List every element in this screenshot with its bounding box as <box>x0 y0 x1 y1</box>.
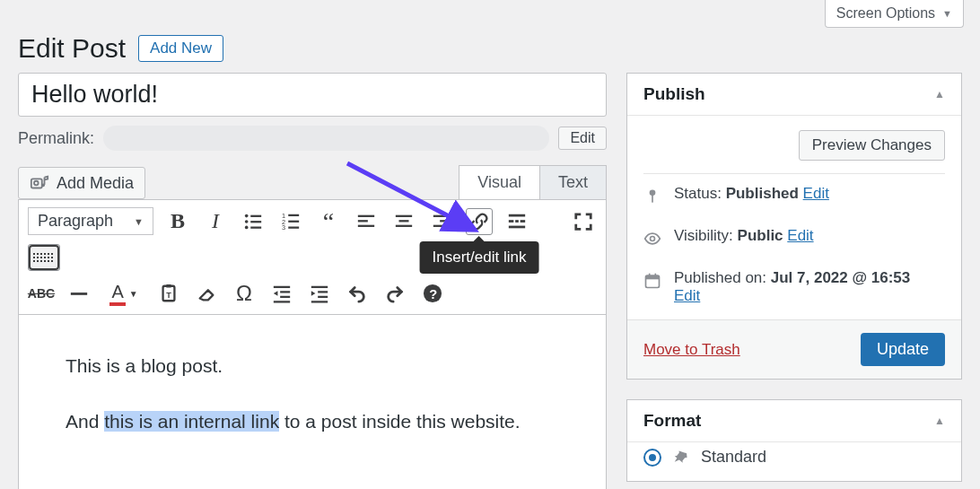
permalink-label: Permalink: <box>18 129 94 148</box>
svg-line-0 <box>347 163 471 228</box>
indent-button[interactable] <box>306 280 333 307</box>
format-box: Format ▲ Standard <box>626 399 962 482</box>
undo-button[interactable] <box>344 280 371 307</box>
svg-point-2 <box>34 181 39 186</box>
svg-point-4 <box>245 214 249 217</box>
edit-visibility-link[interactable]: Edit <box>787 227 813 244</box>
edit-status-link[interactable]: Edit <box>803 185 829 202</box>
permalink-edit-button[interactable]: Edit <box>558 127 607 150</box>
svg-text:T: T <box>166 291 171 300</box>
chevron-down-icon: ▼ <box>942 8 952 19</box>
toolbar-toggle-button[interactable] <box>28 244 60 271</box>
add-new-button[interactable]: Add New <box>138 35 223 62</box>
pin-icon <box>672 449 690 467</box>
help-button[interactable]: ? <box>419 280 446 307</box>
svg-rect-40 <box>318 296 328 298</box>
format-heading: Format <box>643 411 701 431</box>
svg-rect-28 <box>521 220 526 223</box>
clear-formatting-button[interactable] <box>193 280 220 307</box>
read-more-icon <box>507 212 527 231</box>
svg-rect-36 <box>280 296 290 298</box>
svg-rect-15 <box>288 226 299 228</box>
move-to-trash-link[interactable]: Move to Trash <box>643 341 740 359</box>
calendar-icon <box>643 272 661 290</box>
editor-content[interactable]: This is a blog post. And this is an inte… <box>18 315 607 489</box>
toggle-box-icon[interactable]: ▲ <box>934 415 945 427</box>
fullscreen-icon <box>573 212 593 231</box>
format-standard-label: Standard <box>701 448 766 467</box>
svg-rect-39 <box>318 291 328 293</box>
permalink-value-redacted <box>103 126 549 151</box>
svg-rect-49 <box>649 274 651 277</box>
camera-music-icon <box>30 173 49 193</box>
update-button[interactable]: Update <box>861 333 945 366</box>
svg-rect-37 <box>274 301 290 302</box>
svg-rect-25 <box>509 214 525 216</box>
post-title-input[interactable] <box>18 73 607 117</box>
svg-rect-34 <box>274 286 290 288</box>
svg-rect-13 <box>288 220 299 222</box>
hr-icon <box>69 284 89 303</box>
text-color-button[interactable]: A ▼ <box>103 280 144 307</box>
svg-rect-11 <box>288 214 299 215</box>
indent-icon <box>310 284 329 303</box>
bullet-list-button[interactable] <box>240 208 267 235</box>
editor-toolbar: Paragraph ▼ B I 123 “ <box>18 199 607 315</box>
svg-point-8 <box>245 225 249 229</box>
format-standard-radio[interactable] <box>643 449 661 467</box>
italic-button[interactable]: I <box>202 208 229 235</box>
svg-point-3 <box>41 183 45 187</box>
help-icon: ? <box>423 284 442 303</box>
block-format-label: Paragraph <box>38 212 113 231</box>
redo-button[interactable] <box>381 280 408 307</box>
svg-rect-45 <box>652 195 653 202</box>
svg-text:3: 3 <box>282 223 285 231</box>
edit-date-link[interactable]: Edit <box>674 287 700 304</box>
pin-icon <box>643 188 661 205</box>
chevron-down-icon: ▼ <box>129 289 138 299</box>
fullscreen-button[interactable] <box>570 208 597 235</box>
insert-more-button[interactable] <box>503 208 530 235</box>
svg-point-6 <box>245 220 249 223</box>
svg-rect-30 <box>71 293 87 295</box>
numbered-list-icon: 123 <box>281 212 301 231</box>
tab-text[interactable]: Text <box>539 165 607 199</box>
add-media-button[interactable]: Add Media <box>18 167 145 199</box>
svg-rect-50 <box>655 274 657 277</box>
content-paragraph: This is a blog post. <box>66 351 559 381</box>
svg-point-46 <box>651 237 655 241</box>
svg-rect-48 <box>646 275 660 279</box>
svg-text:?: ? <box>429 287 437 301</box>
outdent-icon <box>272 284 292 303</box>
outdent-button[interactable] <box>268 280 295 307</box>
paste-text-button[interactable]: T <box>155 280 182 307</box>
toggle-box-icon[interactable]: ▲ <box>934 88 945 100</box>
svg-rect-27 <box>515 220 519 223</box>
add-media-label: Add Media <box>57 174 134 193</box>
redo-icon <box>385 284 405 303</box>
eye-icon <box>643 230 661 248</box>
svg-rect-5 <box>250 214 261 216</box>
publish-box: Publish ▲ Preview Changes Status: Publis… <box>626 73 962 380</box>
bold-button[interactable]: B <box>164 208 191 235</box>
svg-rect-35 <box>280 291 290 293</box>
annotation-arrow <box>338 154 491 244</box>
undo-icon <box>347 284 367 303</box>
svg-rect-29 <box>509 225 525 228</box>
screen-options-label: Screen Options <box>836 5 935 22</box>
eraser-icon <box>197 284 216 303</box>
selected-text: this is an internal link <box>104 411 279 432</box>
screen-options-toggle[interactable]: Screen Options ▼ <box>825 0 964 28</box>
bullet-list-icon <box>243 212 263 231</box>
page-title: Edit Post <box>18 33 126 64</box>
strikethrough-button[interactable]: ABC <box>28 280 55 307</box>
svg-rect-41 <box>311 301 328 302</box>
horizontal-rule-button[interactable] <box>66 280 92 307</box>
special-char-button[interactable]: Ω <box>231 280 258 307</box>
chevron-down-icon: ▼ <box>134 216 144 227</box>
block-format-dropdown[interactable]: Paragraph ▼ <box>28 207 153 235</box>
preview-changes-button[interactable]: Preview Changes <box>799 130 945 161</box>
numbered-list-button[interactable]: 123 <box>277 208 304 235</box>
content-paragraph: And this is an internal link to a post i… <box>66 406 559 437</box>
tooltip-insert-link: Insert/edit link <box>420 241 539 274</box>
